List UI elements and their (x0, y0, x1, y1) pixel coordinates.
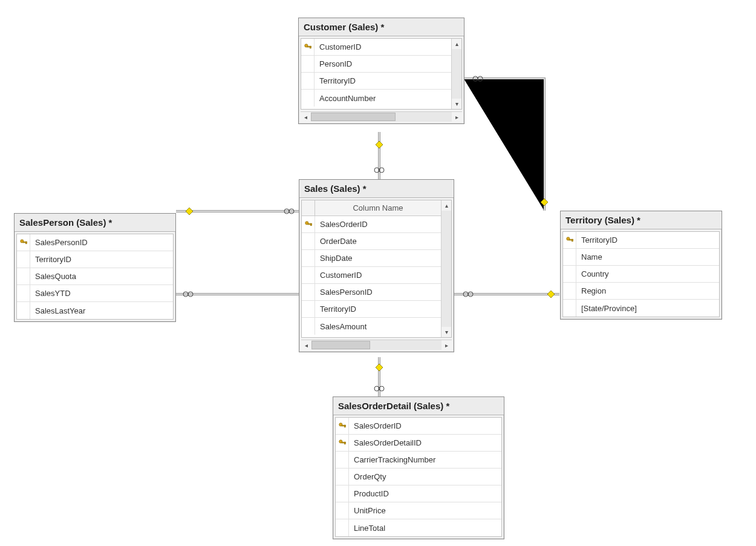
column-name: CarrierTrackingNumber (349, 455, 499, 464)
table-row[interactable]: TerritoryID (301, 73, 461, 90)
svg-point-12 (289, 209, 294, 214)
svg-marker-10 (186, 208, 193, 215)
svg-point-16 (188, 292, 193, 297)
column-header-label: Column Name (315, 203, 451, 212)
column-name: OrderDate (315, 237, 449, 246)
column-name: CustomerID (315, 271, 449, 280)
scroll-thumb[interactable] (311, 113, 396, 121)
scroll-track[interactable] (311, 340, 442, 350)
table-salesorderdetail-title[interactable]: SalesOrderDetail (Sales) * (333, 397, 504, 415)
table-row[interactable]: CustomerID (301, 39, 461, 56)
table-row[interactable]: LineTotal (336, 519, 501, 536)
table-customer[interactable]: Customer (Sales) * ▴ ▾ CustomerID Person… (298, 18, 464, 124)
diagram-canvas[interactable]: Customer (Sales) * ▴ ▾ CustomerID Person… (0, 0, 756, 546)
svg-point-6 (478, 76, 483, 81)
column-name: [State/Province] (576, 304, 717, 313)
column-name: SalesAmount (315, 322, 449, 331)
table-row[interactable]: [State/Province] (563, 300, 719, 317)
svg-point-20 (468, 292, 473, 297)
table-row[interactable]: AccountNumber (301, 90, 461, 107)
column-name: SalesOrderDetailID (349, 438, 499, 447)
table-row[interactable]: SalesQuota (17, 268, 173, 285)
scroll-right-icon[interactable]: ▸ (452, 112, 462, 122)
table-row[interactable]: PersonID (301, 56, 461, 73)
svg-point-26 (379, 386, 384, 391)
key-icon (302, 216, 315, 232)
column-name: SalesPersonID (315, 288, 449, 297)
column-name: ProductID (349, 489, 499, 498)
svg-point-4 (379, 168, 384, 173)
column-name: OrderQty (349, 472, 499, 481)
table-salesperson[interactable]: SalesPerson (Sales) * SalesPersonID Terr… (14, 213, 176, 322)
svg-marker-21 (547, 291, 555, 298)
table-salesorderdetail[interactable]: SalesOrderDetail (Sales) * SalesOrderID … (333, 396, 504, 539)
table-row[interactable]: ProductID (336, 485, 501, 502)
svg-point-11 (284, 209, 289, 214)
table-territory-title[interactable]: Territory (Sales) * (561, 211, 722, 229)
key-icon (563, 232, 576, 248)
scroll-left-icon[interactable]: ◂ (301, 340, 311, 350)
table-row[interactable]: SalesOrderID (302, 216, 451, 233)
column-name: SalesOrderID (315, 220, 449, 229)
table-sales[interactable]: Sales (Sales) * ▴ ▾ Column Name SalesOrd… (299, 179, 454, 352)
svg-marker-2 (376, 141, 383, 148)
column-name: SalesOrderID (349, 421, 499, 430)
table-row[interactable]: Country (563, 266, 719, 283)
scroll-right-icon[interactable]: ▸ (442, 340, 452, 350)
svg-point-19 (463, 292, 468, 297)
table-territory[interactable]: Territory (Sales) * TerritoryID Name Cou… (560, 211, 722, 320)
scroll-left-icon[interactable]: ◂ (301, 112, 311, 122)
svg-rect-35 (310, 223, 311, 226)
table-row[interactable]: SalesYTD (17, 285, 173, 302)
table-row[interactable]: TerritoryID (563, 232, 719, 249)
table-row[interactable]: SalesPersonID (302, 284, 451, 301)
key-icon (336, 418, 349, 434)
svg-marker-7 (541, 199, 548, 206)
column-name: PersonID (314, 59, 459, 68)
column-name: TerritoryID (30, 255, 171, 264)
column-name: UnitPrice (349, 506, 499, 515)
table-row[interactable]: SalesLastYear (17, 302, 173, 319)
table-row[interactable]: CustomerID (302, 267, 451, 284)
hscroll-sales[interactable]: ◂ ▸ (301, 340, 452, 350)
column-name: TerritoryID (314, 76, 459, 85)
table-sales-title[interactable]: Sales (Sales) * (299, 180, 454, 198)
table-row[interactable]: SalesAmount (302, 318, 451, 335)
column-header-row: Column Name (302, 200, 451, 216)
table-row[interactable]: SalesOrderDetailID (336, 435, 501, 452)
table-row[interactable]: ShipDate (302, 250, 451, 267)
scroll-down-icon[interactable]: ▾ (442, 327, 451, 337)
scroll-thumb[interactable] (311, 341, 370, 349)
vscroll-sales[interactable]: ▴ ▾ (441, 200, 451, 337)
table-row[interactable]: SalesOrderID (336, 418, 501, 435)
table-row[interactable]: Name (563, 249, 719, 266)
table-row[interactable]: UnitPrice (336, 502, 501, 519)
scroll-track[interactable] (442, 211, 451, 327)
scroll-up-icon[interactable]: ▴ (442, 200, 451, 211)
column-name: LineTotal (349, 524, 499, 533)
table-salesperson-title[interactable]: SalesPerson (Sales) * (15, 214, 175, 232)
table-customer-title[interactable]: Customer (Sales) * (299, 18, 464, 36)
svg-rect-32 (25, 242, 27, 244)
table-row[interactable]: TerritoryID (302, 301, 451, 318)
table-row[interactable]: CarrierTrackingNumber (336, 452, 501, 469)
key-icon (301, 39, 314, 55)
column-name: SalesQuota (30, 272, 171, 281)
scroll-up-icon[interactable]: ▴ (452, 39, 461, 49)
column-name: SalesPersonID (30, 238, 171, 247)
key-icon (17, 234, 30, 251)
table-row[interactable]: Region (563, 283, 719, 300)
column-name: CustomerID (314, 42, 459, 51)
hscroll-customer[interactable]: ◂ ▸ (301, 111, 462, 122)
svg-rect-29 (310, 46, 311, 48)
scroll-down-icon[interactable]: ▾ (452, 99, 461, 109)
scroll-track[interactable] (311, 112, 452, 122)
key-icon (336, 435, 349, 451)
table-row[interactable]: SalesPersonID (17, 234, 173, 251)
table-row[interactable]: OrderDate (302, 233, 451, 250)
table-row[interactable]: TerritoryID (17, 251, 173, 268)
column-name: Name (576, 252, 717, 261)
vscroll-customer[interactable]: ▴ ▾ (451, 39, 461, 109)
table-row[interactable]: OrderQty (336, 469, 501, 485)
scroll-track[interactable] (452, 49, 461, 99)
